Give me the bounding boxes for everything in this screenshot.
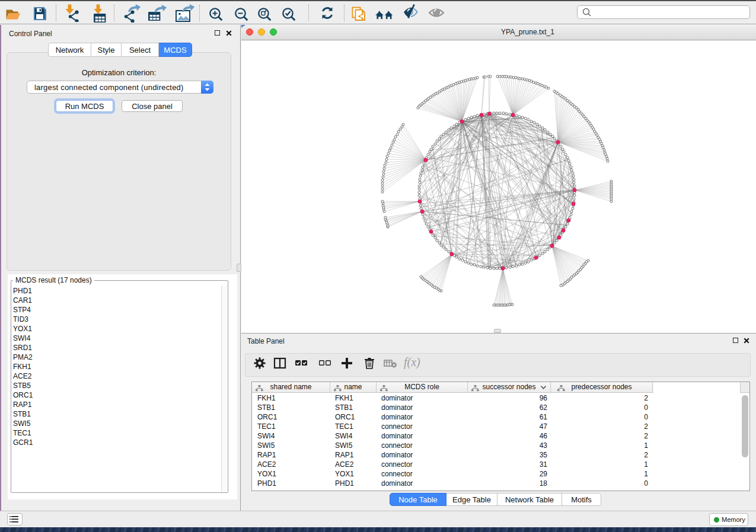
svg-text:f(x): f(x) [404,355,420,369]
